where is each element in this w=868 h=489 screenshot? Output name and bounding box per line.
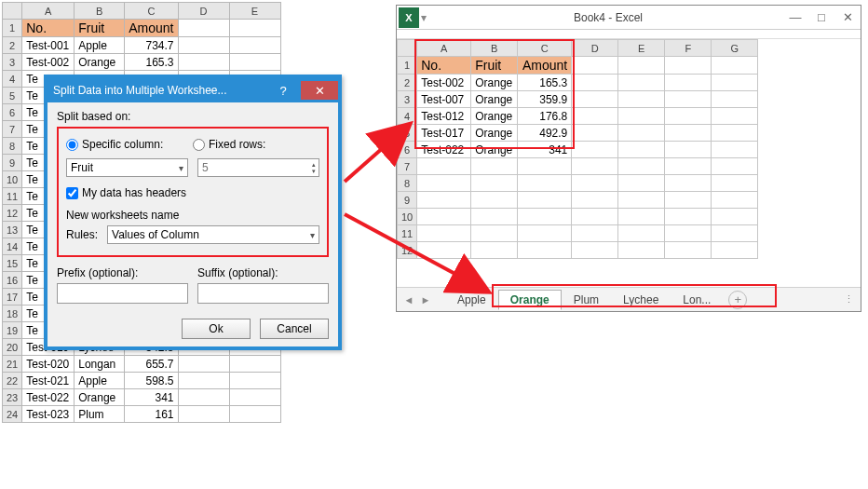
cell[interactable] [618,158,665,175]
row-header[interactable]: 7 [3,121,22,138]
row-header[interactable]: 2 [3,37,22,54]
row-header[interactable]: 13 [3,222,22,238]
cell[interactable] [572,75,618,91]
row-header[interactable]: 22 [3,373,22,389]
rows-spinner[interactable]: 5 [197,158,319,177]
row-header[interactable]: 7 [398,158,417,175]
cell[interactable] [178,356,229,373]
prefix-input[interactable] [57,283,188,304]
row-header[interactable]: 3 [398,91,417,108]
cell[interactable]: Test-012 [417,108,471,125]
row-header[interactable]: 10 [3,171,22,188]
cell[interactable] [229,54,280,71]
cell[interactable] [712,75,758,91]
row-header[interactable]: 20 [3,339,22,356]
cell[interactable] [712,192,758,209]
result-col-E[interactable]: E [618,40,665,57]
result-col-C[interactable]: C [518,40,572,57]
cell[interactable] [572,192,618,209]
cell[interactable] [618,125,665,142]
cell[interactable]: Amount [125,20,178,37]
window-close-button[interactable]: ✕ [834,10,861,24]
radio-specific-column-input[interactable] [66,139,78,151]
cell[interactable] [572,142,618,158]
dialog-titlebar[interactable]: Split Data into Multiple Workshee... ? ✕ [47,78,338,102]
cell[interactable] [572,57,618,75]
cell[interactable]: 176.8 [518,108,572,125]
rules-combo[interactable]: Values of Column [107,225,319,244]
row-header[interactable]: 2 [398,75,417,91]
cell[interactable] [178,20,229,37]
cell[interactable] [518,225,572,242]
result-col-B[interactable]: B [471,40,518,57]
cancel-button[interactable]: Cancel [260,319,329,339]
cell[interactable] [665,125,712,142]
cell[interactable]: Plum [75,406,125,423]
cell[interactable] [712,108,758,125]
row-header[interactable]: 9 [3,155,22,171]
cell[interactable]: 655.7 [125,356,178,373]
radio-specific-column[interactable]: Specific column: [66,138,193,151]
tab-strip-options[interactable]: ⋮ [840,293,857,306]
cell[interactable] [665,225,712,242]
cell[interactable] [712,91,758,108]
row-header[interactable]: 21 [3,356,22,373]
cell[interactable]: Test-022 [22,389,75,406]
cell[interactable] [229,406,280,423]
col-header-E[interactable]: E [229,3,280,20]
result-col-F[interactable]: F [665,40,712,57]
cell[interactable] [618,142,665,158]
cell[interactable] [417,225,471,242]
cell[interactable] [417,242,471,259]
cell[interactable] [572,91,618,108]
col-header-A[interactable]: A [22,3,75,20]
cell[interactable]: Test-022 [417,142,471,158]
cell[interactable]: Test-002 [22,54,75,71]
cell[interactable]: Orange [471,91,518,108]
cell[interactable]: Apple [75,37,125,54]
cell[interactable] [712,57,758,75]
row-header[interactable]: 11 [398,225,417,242]
row-header[interactable]: 14 [3,238,22,255]
cell[interactable]: 492.9 [518,125,572,142]
cell[interactable]: Test-007 [417,91,471,108]
cell[interactable] [417,192,471,209]
cell[interactable] [665,175,712,192]
cell[interactable] [665,75,712,91]
cell[interactable]: Apple [75,373,125,389]
cell[interactable] [712,158,758,175]
row-header[interactable]: 4 [398,108,417,125]
row-header[interactable]: 12 [3,205,22,222]
cell[interactable]: 359.9 [518,91,572,108]
row-header[interactable]: 6 [3,104,22,121]
cell[interactable] [665,209,712,225]
cell[interactable]: Test-023 [22,406,75,423]
cell[interactable] [178,373,229,389]
qat-dropdown-icon[interactable]: ▾ [421,11,434,24]
cell[interactable]: Longan [75,356,125,373]
cell[interactable] [712,225,758,242]
cell[interactable] [471,192,518,209]
sheet-tab-strip[interactable]: ◄ ► AppleOrangePlumLycheeLon... + ⋮ [397,287,861,311]
cell[interactable] [665,158,712,175]
cell[interactable] [417,175,471,192]
cell[interactable] [471,175,518,192]
result-worksheet[interactable]: A B C D E F G 1No.FruitAmount2Test-002Or… [397,39,758,259]
row-header[interactable]: 4 [3,71,22,88]
cell[interactable]: 161 [125,406,178,423]
cell[interactable]: Orange [471,75,518,91]
cell[interactable] [471,242,518,259]
tab-nav-next[interactable]: ► [417,294,434,306]
cell[interactable] [618,225,665,242]
cell[interactable] [229,20,280,37]
radio-fixed-rows[interactable]: Fixed rows: [193,138,319,151]
row-header[interactable]: 5 [398,125,417,142]
cell[interactable]: 341 [518,142,572,158]
cell[interactable]: Amount [518,57,572,75]
cell[interactable]: Fruit [75,20,125,37]
tab-nav-prev[interactable]: ◄ [400,294,417,306]
cell[interactable]: 165.3 [518,75,572,91]
cell[interactable] [712,242,758,259]
row-header[interactable]: 5 [3,88,22,104]
row-header[interactable]: 11 [3,188,22,205]
